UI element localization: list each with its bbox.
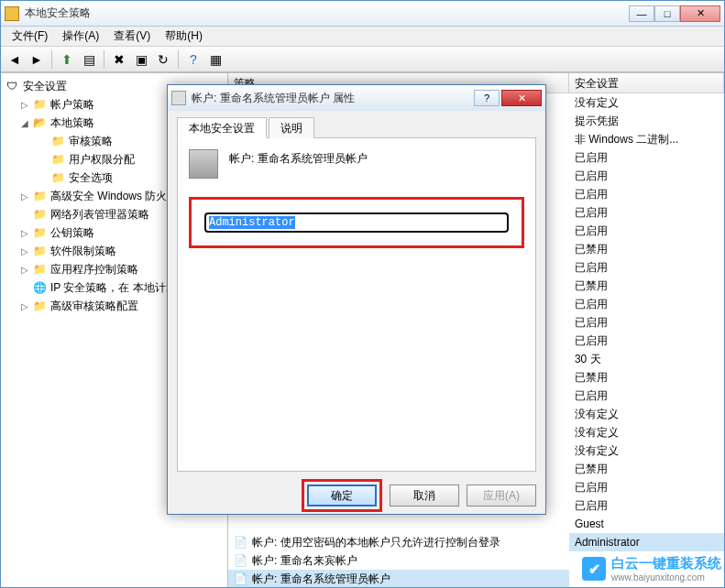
tree-label: 应用程序控制策略 xyxy=(50,262,138,278)
list-item[interactable]: 已启用 xyxy=(569,295,724,313)
list-item[interactable]: 已启用 xyxy=(569,185,724,203)
list-item[interactable]: 已启用 xyxy=(569,222,724,240)
folder-icon: 📁 xyxy=(32,225,47,240)
list-item[interactable]: 已启用 xyxy=(569,167,724,185)
policy-icon: 📄 xyxy=(234,536,248,549)
folder-icon: 📁 xyxy=(50,134,65,148)
folder-icon: 📁 xyxy=(32,207,47,222)
tree-label: 审核策略 xyxy=(69,134,113,149)
chevron-right-icon[interactable]: ▷ xyxy=(19,99,30,110)
tree-label: 本地策略 xyxy=(50,115,94,131)
watermark-url: www.baiyunxitong.com xyxy=(611,572,721,583)
tree-label: 安全选项 xyxy=(69,170,113,186)
window-title: 本地安全策略 xyxy=(25,5,629,21)
chevron-right-icon[interactable]: ▷ xyxy=(19,300,30,311)
back-icon[interactable]: ◄ xyxy=(5,49,25,70)
list-item[interactable]: 提示凭据 xyxy=(569,112,724,130)
folder-icon: 📁 xyxy=(32,262,47,277)
list-item[interactable]: 已禁用 xyxy=(569,240,724,258)
chevron-right-icon[interactable]: ▷ xyxy=(19,191,30,201)
list-item[interactable]: 已禁用 xyxy=(569,277,724,295)
list-item[interactable]: Guest xyxy=(569,515,724,533)
setting-column[interactable]: 安全设置 没有定义提示凭据非 Windows 二进制...已启用已启用已启用已启… xyxy=(569,73,724,587)
list-item[interactable]: 已启用 xyxy=(569,387,724,405)
tree-label: 用户权限分配 xyxy=(69,152,135,168)
list-item[interactable]: 没有定义 xyxy=(569,423,724,441)
help-icon[interactable]: ? xyxy=(183,49,203,70)
menu-file[interactable]: 文件(F) xyxy=(5,27,55,46)
tree-label: IP 安全策略，在 本地计算 xyxy=(50,280,177,296)
watermark: ✔ 白云一键重装系统 www.baiyunxitong.com xyxy=(582,555,721,583)
up-icon[interactable]: ⬆ xyxy=(57,49,77,70)
folder-icon: 📁 xyxy=(50,152,65,167)
list-item[interactable]: 非 Windows 二进制... xyxy=(569,130,724,148)
close-button[interactable]: ✕ xyxy=(680,5,720,22)
tab-strip: 本地安全设置 说明 xyxy=(177,116,536,138)
chevron-down-icon[interactable]: ◢ xyxy=(19,117,30,128)
list-item[interactable]: 已启用 xyxy=(569,258,724,277)
forward-icon[interactable]: ► xyxy=(27,49,47,70)
list-item[interactable]: 已启用 xyxy=(569,148,724,167)
list-item[interactable]: 📄帐户: 使用空密码的本地帐户只允许进行控制台登录 xyxy=(228,533,569,551)
list-item[interactable]: 已禁用 xyxy=(569,368,724,387)
list-item[interactable]: 没有定义 xyxy=(569,405,724,423)
list-icon[interactable]: ▦ xyxy=(205,49,225,70)
apply-button[interactable]: 应用(A) xyxy=(467,485,536,506)
dialog-help-button[interactable]: ? xyxy=(474,90,500,106)
properties-icon[interactable]: ▤ xyxy=(79,49,99,70)
tree-label: 软件限制策略 xyxy=(50,244,116,259)
menu-view[interactable]: 查看(V) xyxy=(106,27,158,46)
cancel-button[interactable]: 取消 xyxy=(390,485,459,506)
policy-label: 帐户: 重命名系统管理员帐户 xyxy=(229,149,368,167)
folder-icon: 📂 xyxy=(32,115,47,130)
ok-button[interactable]: 确定 xyxy=(307,485,377,506)
watermark-text: 白云一键重装系统 xyxy=(611,555,721,572)
list-item[interactable]: 📄帐户: 重命名来宾帐户 xyxy=(228,551,569,570)
list-item[interactable]: 已启用 xyxy=(569,313,724,332)
titlebar: 本地安全策略 — □ ✕ xyxy=(1,1,724,27)
menu-action[interactable]: 操作(A) xyxy=(55,27,106,46)
chevron-right-icon[interactable]: ▷ xyxy=(19,227,30,238)
list-item-selected[interactable]: 📄帐户: 重命名系统管理员帐户 xyxy=(228,570,569,587)
chevron-right-icon[interactable]: ▷ xyxy=(19,264,30,275)
column-header-setting[interactable]: 安全设置 xyxy=(569,73,724,93)
folder-icon: 📁 xyxy=(32,189,47,203)
dialog-titlebar[interactable]: 帐户: 重命名系统管理员帐户 属性 ? ✕ xyxy=(168,85,545,111)
dialog-body: 本地安全设置 说明 帐户: 重命名系统管理员帐户 xyxy=(168,111,545,477)
list-item[interactable]: 没有定义 xyxy=(569,441,724,460)
list-item[interactable]: 已禁用 xyxy=(569,460,724,478)
delete-icon[interactable]: ✖ xyxy=(109,49,129,70)
tree-label: 高级安全 Windows 防火 xyxy=(50,189,167,204)
export-icon[interactable]: ▣ xyxy=(131,49,151,70)
maximize-button[interactable]: □ xyxy=(654,5,680,22)
globe-icon: 🌐 xyxy=(32,280,47,295)
list-item[interactable]: 已启用 xyxy=(569,496,724,515)
folder-icon: 📁 xyxy=(32,97,47,112)
chevron-right-icon[interactable]: ▷ xyxy=(19,245,30,256)
tree-label: 网络列表管理器策略 xyxy=(50,207,149,223)
dialog-title: 帐户: 重命名系统管理员帐户 属性 xyxy=(192,91,472,106)
tab-explain[interactable]: 说明 xyxy=(269,117,314,138)
folder-icon: 📁 xyxy=(32,299,47,313)
list-item[interactable]: 30 天 xyxy=(569,350,724,368)
minimize-button[interactable]: — xyxy=(629,5,654,22)
list-item[interactable]: 已启用 xyxy=(569,478,724,496)
refresh-icon[interactable]: ↻ xyxy=(153,49,173,70)
tree-root-label: 安全设置 xyxy=(23,79,67,94)
dialog-button-row: 确定 取消 应用(A) xyxy=(168,477,545,514)
list-item[interactable]: 已启用 xyxy=(569,203,724,222)
admin-name-input[interactable] xyxy=(204,212,509,233)
list-item[interactable]: 没有定义 xyxy=(569,93,724,112)
list-item-selected[interactable]: Administrator xyxy=(569,533,724,551)
dialog-close-button[interactable]: ✕ xyxy=(501,90,542,106)
tree-label: 帐户策略 xyxy=(50,97,94,113)
properties-dialog: 帐户: 重命名系统管理员帐户 属性 ? ✕ 本地安全设置 说明 帐户: 重命名系… xyxy=(167,84,546,515)
toolbar: ◄ ► ⬆ ▤ ✖ ▣ ↻ ? ▦ xyxy=(1,47,724,72)
server-icon xyxy=(189,149,218,179)
list-item[interactable]: 已启用 xyxy=(569,332,724,350)
tab-local-security[interactable]: 本地安全设置 xyxy=(177,117,267,138)
input-highlight-box xyxy=(189,197,524,248)
menu-help[interactable]: 帮助(H) xyxy=(158,27,210,46)
tab-content: 帐户: 重命名系统管理员帐户 xyxy=(177,138,536,472)
policy-icon: 📄 xyxy=(234,572,248,585)
